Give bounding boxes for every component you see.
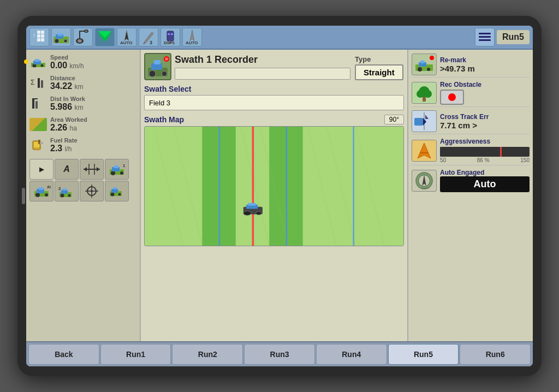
speed-label: Speed	[50, 54, 136, 61]
type-value[interactable]: Straight	[355, 64, 403, 80]
dist-work-text: Dist In Work 5.986 km	[50, 96, 136, 112]
tractor-3-button[interactable]: 2	[55, 181, 79, 201]
obstacle-text: Rec Obstacle	[440, 81, 530, 105]
svg-text:AUTO: AUTO	[186, 40, 198, 45]
aggr-icon	[412, 140, 437, 162]
up-grid-icon[interactable]: ↑	[29, 28, 49, 46]
svg-rect-108	[420, 61, 425, 63]
nav-run1-button[interactable]: Run1	[100, 344, 171, 365]
swath-input[interactable]	[175, 68, 350, 80]
svg-rect-43	[40, 142, 43, 144]
fuel-icon	[29, 139, 47, 152]
svg-marker-45	[84, 167, 87, 171]
svg-rect-26	[479, 33, 491, 34]
svg-point-105	[418, 67, 422, 72]
auto-value: Auto	[440, 176, 530, 192]
svg-rect-75	[113, 187, 117, 189]
tractor-1-button[interactable]: 1	[105, 159, 129, 180]
crosstrack-row: Cross Track Err 7.71 cm >	[412, 109, 530, 134]
fuel-stat: Fuel Rate 2.3 l/h	[29, 136, 136, 155]
svg-rect-23	[171, 33, 173, 35]
field-select[interactable]: Field 3	[144, 95, 404, 110]
right-panel: Re-mark >49.73 m	[407, 50, 533, 341]
dist-work-icon	[29, 97, 47, 110]
svg-rect-81	[154, 60, 160, 64]
down-arrow-icon[interactable]	[95, 28, 115, 46]
crosstrack-value: 7.71 cm >	[440, 121, 530, 130]
auto-engaged-text: Auto Engaged Auto	[440, 169, 530, 192]
fuel-text: Fuel Rate 2.3 l/h	[50, 137, 136, 153]
crosshair-button[interactable]	[80, 181, 104, 201]
left-panel: Speed 0.00 km/h Σ	[26, 50, 141, 341]
svg-text:DGPS: DGPS	[164, 41, 175, 45]
svg-rect-20	[167, 31, 174, 41]
swath-select-label: Swath Select	[144, 85, 404, 93]
svg-point-64	[68, 194, 71, 197]
svg-point-73	[118, 193, 121, 196]
svg-text:AUTO: AUTO	[47, 185, 51, 189]
svg-text:Σ: Σ	[31, 79, 34, 86]
svg-rect-37	[32, 99, 34, 109]
wrench-3-icon[interactable]: 3	[139, 28, 158, 46]
svg-rect-102	[248, 203, 256, 206]
svg-marker-117	[425, 115, 429, 119]
crosstrack-text: Cross Track Err 7.71 cm >	[440, 113, 530, 130]
svg-point-50	[111, 171, 115, 175]
svg-text:2: 2	[58, 186, 61, 191]
area-stat: Area Worked 2.26 ha	[29, 115, 136, 134]
svg-rect-27	[479, 36, 491, 38]
aggr-label: Aggressiveness	[440, 138, 530, 145]
svg-point-109	[430, 56, 434, 60]
svg-rect-115	[414, 118, 423, 126]
aggr-marker	[500, 147, 502, 157]
route-icon[interactable]	[73, 28, 93, 46]
speed-text: Speed 0.00 km/h	[50, 54, 136, 70]
obstacle-record-button[interactable]	[440, 90, 464, 105]
play-button[interactable]: ▶	[29, 159, 53, 180]
svg-marker-46	[97, 167, 100, 171]
svg-rect-66	[63, 188, 67, 191]
font-a-button[interactable]: A	[55, 159, 79, 180]
svg-point-83	[165, 57, 168, 61]
menu-icon[interactable]	[475, 28, 495, 46]
svg-point-106	[427, 68, 430, 71]
crosstrack-label: Cross Track Err	[440, 113, 530, 121]
fuel-value: 2.3 l/h	[50, 144, 136, 153]
tractor-2-button[interactable]: AUTO	[29, 181, 53, 201]
svg-point-57	[45, 193, 48, 197]
speed-stat: Speed 0.00 km/h	[29, 53, 136, 72]
swath-title: Swath 1 Recorder	[175, 54, 350, 66]
distance-text: Distance 34.22 km	[50, 75, 136, 91]
width-button[interactable]	[80, 159, 104, 180]
svg-text:↑: ↑	[33, 32, 35, 38]
compass-auto-icon[interactable]: AUTO	[182, 28, 202, 46]
cursor-auto-icon[interactable]: AUTO	[117, 28, 136, 46]
distance-value: 34.22 km	[50, 81, 136, 91]
area-icon	[29, 118, 47, 131]
svg-point-51	[120, 171, 123, 175]
distance-label: Distance	[50, 75, 136, 81]
distance-icon: Σ	[29, 76, 47, 90]
toolbar: ▶ A	[29, 159, 136, 201]
aggr-bar	[440, 147, 530, 157]
svg-point-63	[61, 194, 64, 198]
nav-run3-button[interactable]: Run3	[244, 344, 315, 365]
nav-run5-button[interactable]: Run5	[388, 344, 459, 365]
nav-run6-button[interactable]: Run6	[460, 344, 531, 365]
usb-icon[interactable]: DGPS	[160, 28, 180, 46]
svg-point-13	[78, 39, 82, 43]
svg-rect-11	[58, 33, 62, 36]
nav-run2-button[interactable]: Run2	[172, 344, 243, 365]
tractor-4-button[interactable]	[105, 181, 129, 201]
auto-label: Auto Engaged	[440, 169, 530, 176]
side-button[interactable]	[22, 188, 25, 204]
map-view[interactable]	[144, 126, 404, 246]
svg-point-78	[149, 70, 156, 77]
svg-point-15	[85, 31, 87, 32]
tractor-field-icon[interactable]	[51, 28, 71, 46]
nav-run4-button[interactable]: Run4	[316, 344, 387, 365]
nav-back-button[interactable]: Back	[28, 344, 99, 365]
svg-rect-33	[35, 59, 39, 62]
center-panel: Swath 1 Recorder Type Straight Swath Sel…	[141, 50, 407, 341]
svg-rect-22	[168, 33, 170, 35]
